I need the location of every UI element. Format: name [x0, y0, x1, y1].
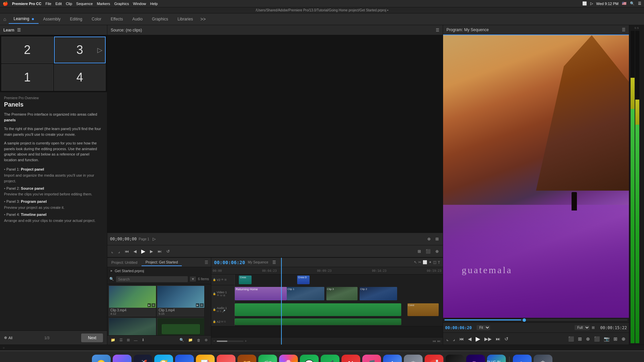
prog-mark-in[interactable]: ⌞: [445, 336, 450, 342]
dock-notes[interactable]: 📝: [196, 355, 215, 362]
dock-system-prefs[interactable]: ⚙: [404, 355, 423, 362]
dock-maps[interactable]: 🗺: [258, 355, 277, 362]
dock-launchpad[interactable]: 🚀: [133, 355, 152, 362]
app-name[interactable]: Premiere Pro CC: [12, 2, 41, 6]
prog-step-fwd[interactable]: ▶▶: [483, 336, 493, 342]
proj-folder-btn[interactable]: 📁: [187, 337, 194, 343]
track-a1-mic[interactable]: 🎤: [222, 310, 225, 313]
graphics-menu[interactable]: Graphics: [114, 2, 129, 6]
program-panel-menu-icon[interactable]: ☰: [622, 27, 626, 32]
track-v1-content[interactable]: Returning Home Clip 1 Clip 3: [235, 285, 443, 302]
dock-finder[interactable]: 😀: [92, 355, 111, 362]
tl-tool-edit[interactable]: ✂: [418, 260, 421, 264]
clip-menu[interactable]: Clip: [66, 2, 72, 6]
tab-editing[interactable]: Editing: [65, 15, 87, 23]
tl-zoom-slider[interactable]: [217, 341, 244, 342]
clip-item-3[interactable]: ▶ ⊞ Clip 2.mp4 12:14: [109, 318, 156, 335]
dock-music[interactable]: 🎵: [362, 355, 381, 362]
dock-folder[interactable]: 🗂: [513, 355, 532, 362]
tl-audio-clip-1[interactable]: [235, 303, 401, 316]
tl-audio-clip-2[interactable]: [235, 318, 401, 325]
prog-lift[interactable]: ⬛: [567, 336, 575, 342]
project-search-input[interactable]: [116, 276, 188, 282]
src-insert[interactable]: ⊕: [434, 248, 440, 254]
more-tabs-btn[interactable]: >>: [198, 16, 208, 22]
prog-play[interactable]: ▶: [474, 335, 482, 343]
track-a1-mute[interactable]: M: [217, 310, 219, 313]
tl-footer-goto-end[interactable]: ⏭: [437, 339, 441, 343]
dock-premiere[interactable]: Pr: [466, 355, 485, 362]
tl-clip-returning-home[interactable]: Returning Home: [235, 287, 287, 300]
tab-graphics[interactable]: Graphics: [147, 15, 173, 23]
all-button[interactable]: ⊕ All: [4, 336, 12, 340]
src-mark-in[interactable]: ⌞: [110, 248, 115, 254]
apple-menu[interactable]: 🍎: [3, 1, 8, 6]
track-a1-solo[interactable]: S: [220, 310, 221, 313]
dock-trash[interactable]: 🗑: [534, 355, 552, 362]
tl-audio-clip-const[interactable]: Const: [408, 303, 439, 316]
dock-calendar[interactable]: NOV: [217, 355, 235, 362]
edit-menu[interactable]: Edit: [55, 2, 62, 6]
clip-item-1[interactable]: ▶ ⊞ Clip 3.mp4 4:12: [109, 286, 156, 316]
project-tab-menu[interactable]: ☰: [202, 260, 211, 265]
program-zoom-select[interactable]: Full: [575, 325, 590, 330]
step-3-thumb[interactable]: 3 ▷: [54, 37, 106, 63]
track-a2-mute[interactable]: M: [221, 320, 223, 323]
tab-audio[interactable]: Audio: [127, 15, 147, 23]
timeline-playhead[interactable]: [281, 267, 282, 337]
tab-libraries[interactable]: Libraries: [173, 15, 198, 23]
prog-overwrite[interactable]: ⬛: [593, 336, 601, 342]
src-add-to-seq[interactable]: ⊞: [416, 248, 422, 254]
prog-mark-out[interactable]: ⌟: [451, 336, 457, 342]
file-menu[interactable]: File: [45, 2, 51, 6]
help-menu[interactable]: Help: [150, 2, 158, 6]
home-icon[interactable]: ⌂: [3, 16, 6, 22]
proj-list-view[interactable]: ☰: [118, 337, 124, 343]
proj-new-item[interactable]: ⊕: [203, 337, 209, 343]
prog-settings[interactable]: ⊞: [612, 336, 619, 342]
track-v1-mute[interactable]: M: [220, 294, 222, 297]
search-options-btn[interactable]: ▼: [190, 277, 196, 282]
tl-tool-text[interactable]: T: [438, 260, 440, 264]
track-a2-solo[interactable]: S: [224, 320, 226, 323]
track-v2-visibility[interactable]: 👁: [221, 278, 224, 281]
source-add-btn[interactable]: ⊕: [426, 236, 432, 242]
track-a1-content[interactable]: Const: [235, 302, 443, 317]
dock-files[interactable]: 📁: [237, 355, 256, 362]
src-loop[interactable]: ↺: [165, 248, 171, 254]
dock-facetime[interactable]: 📹: [321, 355, 339, 362]
dock-photos[interactable]: 🌸: [279, 355, 298, 362]
source-settings2-btn[interactable]: ⊞: [434, 236, 440, 242]
tl-tool-selection[interactable]: ↖: [414, 260, 417, 264]
prog-step-back[interactable]: ◀: [467, 336, 473, 342]
source-settings-btn[interactable]: ▷: [151, 236, 157, 242]
clip-item-2[interactable]: ▶ ⊞ Clip 1.mp4 5:15: [157, 286, 204, 316]
timeline-menu-icon[interactable]: ☰: [272, 260, 276, 265]
src-step-fwd[interactable]: ▶: [149, 248, 154, 254]
proj-trash-btn[interactable]: 🗑: [196, 338, 202, 343]
dock-siri[interactable]: ○: [113, 355, 131, 362]
tl-tool-ripple[interactable]: ⬜: [423, 260, 427, 264]
dock-appstore[interactable]: A: [383, 355, 402, 362]
track-v1-sync[interactable]: ⊞: [223, 294, 225, 297]
scrubber-head[interactable]: [523, 318, 526, 322]
src-mark-out[interactable]: ⌟: [117, 248, 121, 254]
dock-terminal[interactable]: >_: [445, 355, 464, 362]
dock-magnet[interactable]: 🧲: [425, 355, 443, 362]
tl-clip-1[interactable]: Clip 1: [287, 287, 324, 300]
clip-item-4[interactable]: ⊞ Music 1:05:10909: [157, 318, 204, 335]
tab-color[interactable]: Color: [87, 15, 106, 23]
tl-v2-clip-cross[interactable]: Cross: [239, 276, 251, 284]
step-2-thumb[interactable]: 2: [1, 37, 53, 63]
project-file-name[interactable]: Get Started.prproj: [115, 269, 144, 273]
search-icon[interactable]: 🔍: [630, 1, 635, 6]
prog-camera[interactable]: 📷: [602, 336, 611, 342]
notification-icon[interactable]: ☰: [638, 1, 641, 6]
proj-zoom-slider[interactable]: —: [132, 338, 139, 343]
tl-tool-slip[interactable]: ◫: [433, 260, 436, 264]
src-goto-in[interactable]: ⏮: [123, 248, 130, 254]
program-fit-select[interactable]: Fit: [477, 325, 490, 330]
dock-safari[interactable]: 🧭: [154, 355, 173, 362]
tl-footer-zoom-out[interactable]: −: [213, 339, 215, 343]
markers-menu[interactable]: Markers: [97, 2, 110, 6]
